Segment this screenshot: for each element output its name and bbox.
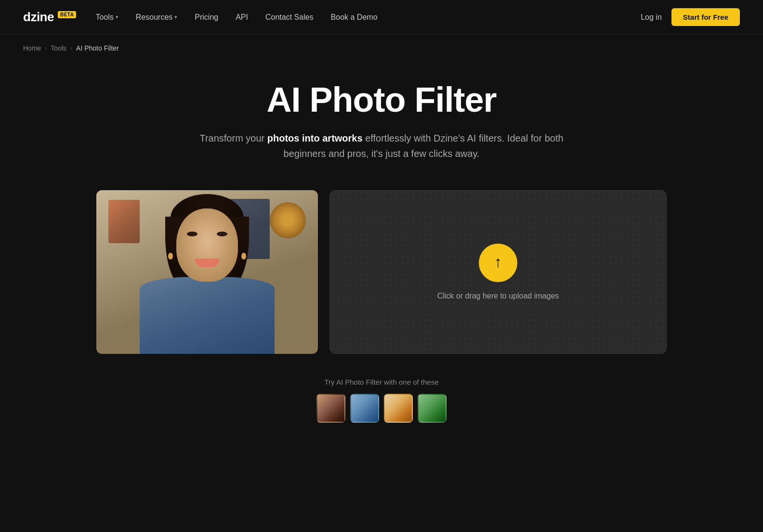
upload-label: Click or drag here to upload images: [437, 292, 559, 300]
thumbnail-1[interactable]: [316, 394, 345, 423]
breadcrumb-sep-1: ›: [45, 45, 47, 52]
logo[interactable]: dzine BETA: [23, 10, 76, 25]
start-free-button[interactable]: Start for Free: [671, 8, 740, 26]
portrait-eye-left: [187, 232, 197, 236]
portrait-face: [176, 208, 238, 282]
upload-panel[interactable]: ↑ Click or drag here to upload images: [329, 190, 667, 354]
breadcrumb-tools[interactable]: Tools: [51, 44, 66, 52]
try-section: Try AI Photo Filter with one of these: [0, 368, 763, 442]
hero-section: AI Photo Filter Transform your photos in…: [0, 62, 763, 176]
navbar-right: Log in Start for Free: [641, 8, 740, 26]
main-content: ↑ Click or drag here to upload images: [0, 176, 763, 368]
nav-api[interactable]: API: [236, 13, 248, 22]
sample-thumbnails: [23, 394, 740, 423]
login-button[interactable]: Log in: [641, 13, 662, 22]
upload-arrow-icon: ↑: [494, 253, 502, 271]
breadcrumb: Home › Tools › AI Photo Filter: [0, 35, 763, 62]
hero-subtitle: Transform your photos into artworks effo…: [189, 130, 574, 161]
portrait-eye-right: [217, 232, 227, 236]
nav-pricing[interactable]: Pricing: [195, 13, 218, 22]
sample-image-panel: [96, 190, 318, 354]
upload-icon-circle: ↑: [479, 244, 517, 282]
portrait-body: [140, 277, 275, 354]
breadcrumb-home[interactable]: Home: [23, 44, 41, 52]
page-title: AI Photo Filter: [23, 81, 740, 119]
resources-chevron-icon: ▾: [174, 14, 177, 20]
navbar: dzine BETA Tools ▾ Resources ▾ Pricing A…: [0, 0, 763, 35]
wall-art-2: [270, 202, 306, 238]
navbar-left: dzine BETA Tools ▾ Resources ▾ Pricing A…: [23, 10, 378, 25]
thumbnail-4[interactable]: [418, 394, 447, 423]
breadcrumb-sep-2: ›: [70, 45, 72, 52]
beta-badge: BETA: [58, 11, 76, 18]
nav-book-demo[interactable]: Book a Demo: [331, 13, 378, 22]
nav-contact-sales[interactable]: Contact Sales: [265, 13, 314, 22]
thumbnail-2[interactable]: [350, 394, 379, 423]
try-label: Try AI Photo Filter with one of these: [23, 378, 740, 386]
portrait-mouth: [195, 259, 220, 267]
breadcrumb-current: AI Photo Filter: [76, 44, 119, 52]
nav-resources[interactable]: Resources ▾: [136, 13, 177, 22]
logo-text: dzine: [23, 10, 54, 25]
thumbnail-3[interactable]: [384, 394, 413, 423]
tools-chevron-icon: ▾: [116, 14, 118, 20]
nav-links: Tools ▾ Resources ▾ Pricing API Contact …: [95, 13, 377, 22]
nav-tools[interactable]: Tools ▾: [95, 13, 118, 22]
wall-art-3: [108, 200, 140, 243]
